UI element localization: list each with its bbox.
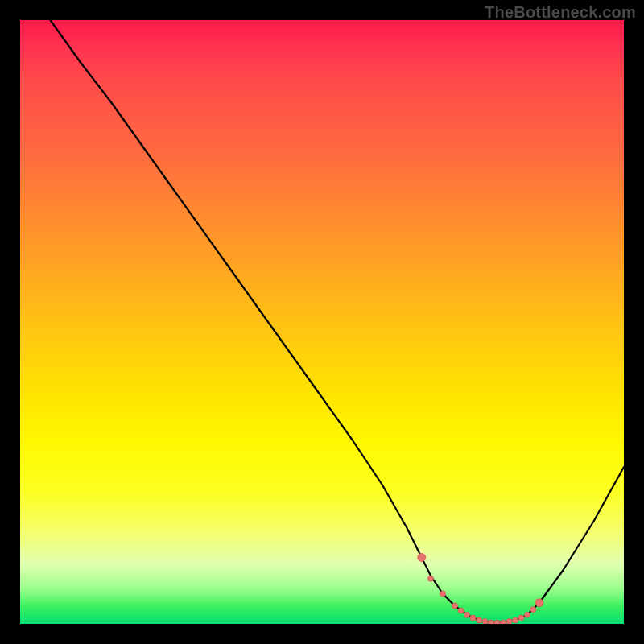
marker-dot xyxy=(506,619,512,625)
marker-dot xyxy=(482,619,488,625)
marker-dot xyxy=(440,591,446,597)
chart-container: TheBottleneck.com xyxy=(0,0,644,644)
marker-dot xyxy=(470,615,476,621)
plot-area xyxy=(20,20,624,624)
marker-dot xyxy=(525,612,530,617)
marker-dot xyxy=(418,554,426,562)
watermark-text: TheBottleneck.com xyxy=(485,3,636,22)
marker-dot xyxy=(513,617,518,623)
curve-markers xyxy=(418,554,543,625)
marker-dot xyxy=(489,620,494,624)
marker-dot xyxy=(494,620,500,624)
marker-dot xyxy=(535,599,543,607)
marker-dot xyxy=(501,620,506,624)
marker-dot xyxy=(530,607,536,613)
marker-dot xyxy=(458,608,464,613)
marker-dot xyxy=(428,576,434,581)
bottleneck-curve xyxy=(51,20,625,623)
marker-dot xyxy=(464,612,470,617)
marker-dot xyxy=(518,615,524,621)
marker-dot xyxy=(477,617,482,623)
marker-dot xyxy=(452,603,458,609)
curve-layer xyxy=(20,20,624,624)
